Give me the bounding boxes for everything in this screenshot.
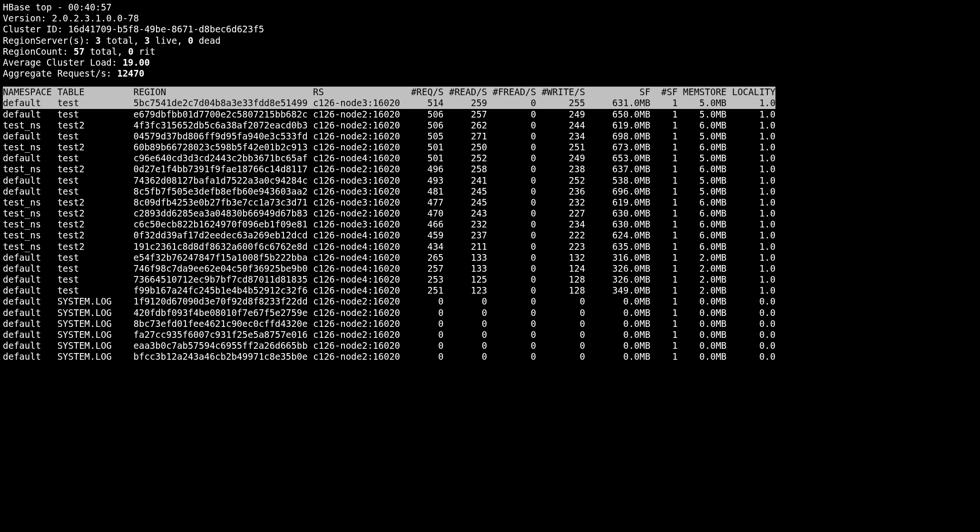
table-row[interactable]: defaulttest04579d37bd806ff9d95fa940e3c53… — [3, 131, 775, 142]
cell-rs: c126-node4:16020 — [313, 241, 405, 252]
cell-nsf: 1 — [650, 252, 677, 263]
cell-write: 234 — [536, 131, 585, 142]
cell-region: 73664510712ec9b7bf7cd87011d81835 — [134, 274, 313, 285]
cell-ns: test_ns — [3, 241, 57, 252]
col-region[interactable]: REGION — [134, 87, 313, 98]
col-memstore[interactable]: MEMSTORE — [677, 87, 726, 98]
table-row[interactable]: test_nstest2c6c50ecb822b1624970f096eb1f0… — [3, 219, 775, 230]
cell-ns: default — [3, 263, 57, 274]
cell-sf: 619.0MB — [585, 120, 650, 131]
cell-nsf: 1 — [650, 351, 677, 362]
table-row[interactable]: defaulttest746f98c7da9ee62e04c50f36925be… — [3, 263, 775, 274]
cell-sf: 653.0MB — [585, 153, 650, 164]
cell-read: 250 — [444, 142, 488, 153]
cell-ns: test_ns — [3, 164, 57, 175]
cell-loc: 0.0 — [726, 340, 775, 351]
cell-sf: 673.0MB — [585, 142, 650, 153]
cell-sf: 538.0MB — [585, 175, 650, 186]
cell-table: test2 — [57, 197, 133, 208]
version-value: 2.0.2.3.1.0.0-78 — [52, 13, 139, 23]
cell-rs: c126-node2:16020 — [313, 340, 405, 351]
cell-nsf: 1 — [650, 307, 677, 318]
col-read[interactable]: #READ/S — [444, 87, 488, 98]
cell-region: 1f9120d67090d3e70f92d8f8233f22dd — [134, 296, 313, 307]
cell-req: 0 — [405, 307, 443, 318]
col-nsf[interactable]: #SF — [650, 87, 677, 98]
table-row[interactable]: defaulttestc96e640cd3d3cd2443c2bb3671bc6… — [3, 153, 775, 164]
table-row[interactable]: defaultSYSTEM.LOGeaa3b0c7ab57594c6955ff2… — [3, 340, 775, 351]
acl-value: 19.00 — [123, 57, 150, 68]
table-row[interactable]: test_nstest20d27e1f4bb7391f9fae18766c14d… — [3, 164, 775, 175]
col-table[interactable]: TABLE — [57, 87, 133, 98]
cell-sf: 0.0MB — [585, 307, 650, 318]
table-row[interactable]: defaultSYSTEM.LOG1f9120d67090d3e70f92d8f… — [3, 296, 775, 307]
aggregate-request-line: Aggregate Request/s: 12470 — [3, 68, 977, 79]
cell-fread: 0 — [487, 329, 536, 340]
cell-sf: 631.0MB — [585, 98, 650, 108]
cell-req: 514 — [405, 98, 443, 108]
version-line: Version: 2.0.2.3.1.0.0-78 — [3, 13, 977, 24]
cell-ns: test_ns — [3, 197, 57, 208]
cell-table: test2 — [57, 164, 133, 175]
cell-sf: 0.0MB — [585, 318, 650, 329]
table-row[interactable]: test_nstest2c2893dd6285ea3a04830b66949d6… — [3, 208, 775, 219]
table-row[interactable]: test_nstest260b89b66728023c598b5f42e01b2… — [3, 142, 775, 153]
cell-req: 459 — [405, 230, 443, 241]
table-row[interactable]: defaultSYSTEM.LOGbfcc3b12a243a46cb2b4997… — [3, 351, 775, 362]
table-row[interactable]: defaultSYSTEM.LOGfa27cc935f6007c931f25e5… — [3, 329, 775, 340]
table-row[interactable]: test_nstest28c09dfb4253e0b27fb3e7cc1a73c… — [3, 197, 775, 208]
cell-read: 252 — [444, 153, 488, 164]
cell-nsf: 1 — [650, 219, 677, 230]
cell-req: 470 — [405, 208, 443, 219]
cell-mem: 0.0MB — [677, 340, 726, 351]
regions-table: NAMESPACE TABLE REGION RS #REQ/S #READ/S… — [3, 87, 775, 362]
regionserver-line: RegionServer(s): 3 total, 3 live, 0 dead — [3, 35, 977, 46]
cell-loc: 0.0 — [726, 318, 775, 329]
cell-table: test2 — [57, 219, 133, 230]
cell-req: 496 — [405, 164, 443, 175]
title-prefix: HBase top - — [3, 2, 68, 12]
cell-write: 132 — [536, 252, 585, 263]
col-namespace[interactable]: NAMESPACE — [3, 87, 57, 98]
table-row[interactable]: defaultSYSTEM.LOG420fdbf093f4be08010f7e6… — [3, 307, 775, 318]
cell-fread: 0 — [487, 219, 536, 230]
table-row[interactable]: defaulttest8c5fb7f505e3defb8efb60e943603… — [3, 186, 775, 197]
cell-read: 262 — [444, 120, 488, 131]
col-rs[interactable]: RS — [313, 87, 405, 98]
col-sf[interactable]: SF — [585, 87, 650, 98]
cell-mem: 2.0MB — [677, 252, 726, 263]
col-fread[interactable]: #FREAD/S — [487, 87, 536, 98]
cell-nsf: 1 — [650, 175, 677, 186]
cell-rs: c126-node4:16020 — [313, 263, 405, 274]
cell-rs: c126-node3:16020 — [313, 197, 405, 208]
table-row[interactable]: test_nstest2191c2361c8d8df8632a600f6c676… — [3, 241, 775, 252]
col-write[interactable]: #WRITE/S — [536, 87, 585, 98]
cell-write: 0 — [536, 296, 585, 307]
cell-read: 271 — [444, 131, 488, 142]
table-row[interactable]: defaultteste54f32b76247847f15a1008f5b222… — [3, 252, 775, 263]
table-row[interactable]: defaulttestf99b167a24fc245b1e4b4b52912c3… — [3, 285, 775, 296]
table-row[interactable]: test_nstest24f3fc315652db5c6a38af2072eac… — [3, 120, 775, 131]
cell-region: 191c2361c8d8df8632a600f6c6762e8d — [134, 241, 313, 252]
table-row[interactable]: defaultSYSTEM.LOG8bc73efd01fee4621c90ec0… — [3, 318, 775, 329]
col-req[interactable]: #REQ/S — [405, 87, 443, 98]
cell-read: 0 — [444, 351, 488, 362]
table-row[interactable]: defaultteste679dbfbb01d7700e2c5807215bb6… — [3, 109, 775, 120]
table-row[interactable]: defaulttest5bc7541de2c7d04b8a3e33fdd8e51… — [3, 98, 775, 108]
cell-nsf: 1 — [650, 120, 677, 131]
table-row[interactable]: defaulttest74362d08127bafa1d7522a3a0c942… — [3, 175, 775, 186]
table-row[interactable]: test_nstest20f32dd39af17d2eedec63a269eb1… — [3, 230, 775, 241]
cell-loc: 1.0 — [726, 98, 775, 108]
cell-ns: test_ns — [3, 120, 57, 131]
table-row[interactable]: defaulttest73664510712ec9b7bf7cd87011d81… — [3, 274, 775, 285]
cell-req: 251 — [405, 285, 443, 296]
cell-ns: default — [3, 285, 57, 296]
cell-read: 258 — [444, 164, 488, 175]
cell-nsf: 1 — [650, 285, 677, 296]
cell-mem: 5.0MB — [677, 153, 726, 164]
cell-ns: test_ns — [3, 230, 57, 241]
col-locality[interactable]: LOCALITY — [726, 87, 775, 98]
cell-sf: 630.0MB — [585, 219, 650, 230]
cell-rs: c126-node4:16020 — [313, 252, 405, 263]
cell-mem: 0.0MB — [677, 296, 726, 307]
